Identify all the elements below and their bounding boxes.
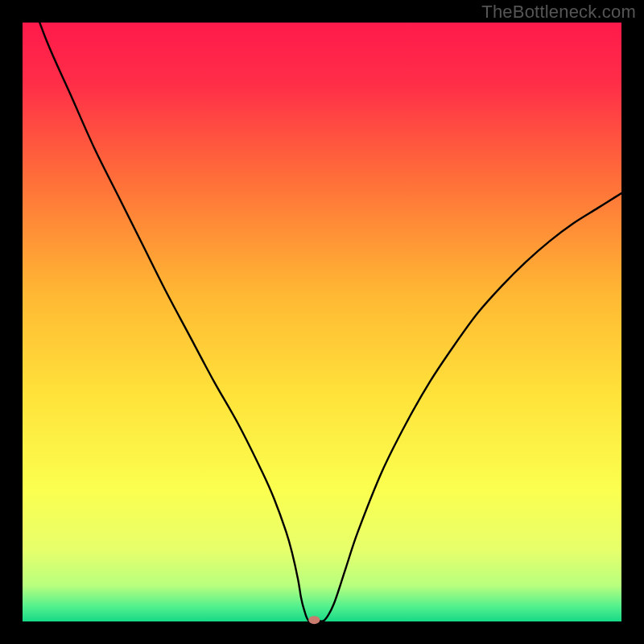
- gradient-background: [23, 23, 621, 621]
- optimal-point-marker: [308, 616, 320, 624]
- chart-frame: TheBottleneck.com: [0, 0, 644, 644]
- bottleneck-chart: [0, 0, 644, 644]
